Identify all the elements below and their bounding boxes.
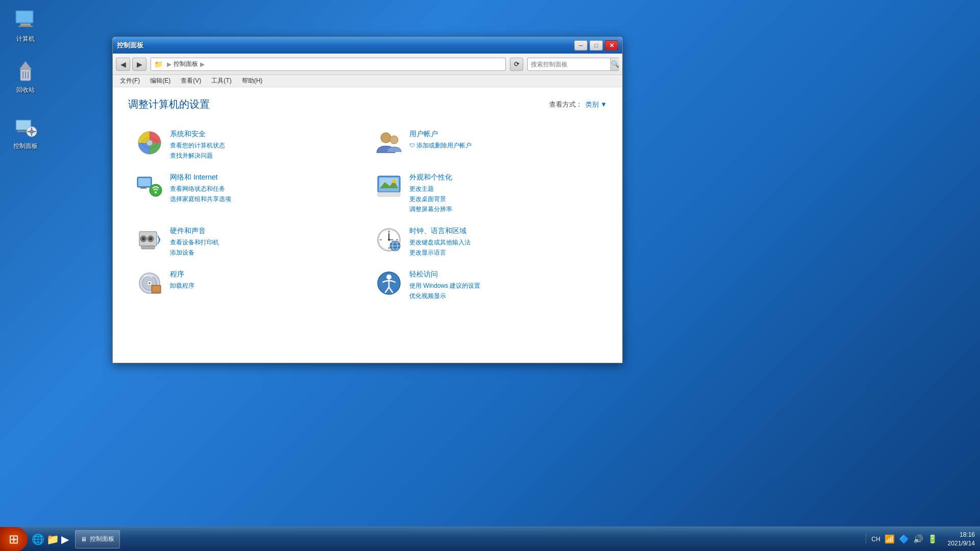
taskbar-clock[interactable]: 18:16 2021/9/14 (943, 531, 980, 548)
network-internet-text: 网络和 Internet 查看网络状态和任务 选择家庭组和共享选项 (170, 173, 359, 204)
refresh-button[interactable]: ⟳ (510, 58, 523, 71)
section-clock-language: 时钟、语言和区域 更改键盘或其他输入法 更改显示语言 (368, 220, 607, 264)
address-path: 控制面板 (174, 60, 198, 68)
user-accounts-text: 用户帐户 添加或删除用户帐户 (409, 130, 599, 150)
svg-rect-34 (378, 192, 400, 196)
system-security-link-2[interactable]: 查找并解决问题 (170, 151, 359, 160)
section-programs: 程序 卸载程序 (128, 264, 368, 307)
hardware-sound-title[interactable]: 硬件和声音 (170, 227, 359, 236)
section-appearance: 外观和个性化 更改主题 更改桌面背景 调整屏幕分辨率 (368, 167, 607, 220)
clock-language-link-2[interactable]: 更改显示语言 (409, 248, 599, 257)
view-selector: 查看方式： 类别 ▼ (549, 100, 607, 109)
appearance-title[interactable]: 外观和个性化 (409, 173, 599, 182)
user-accounts-link-1[interactable]: 添加或删除用户帐户 (409, 141, 599, 150)
address-separator-2: ▶ (200, 61, 205, 68)
programs-title[interactable]: 程序 (170, 270, 359, 279)
accessibility-text: 轻松访问 使用 Windows 建议的设置 优化视频显示 (409, 270, 599, 300)
network-internet-title[interactable]: 网络和 Internet (170, 173, 359, 182)
ie-icon[interactable]: 🌐 (32, 533, 44, 545)
accessibility-link-2[interactable]: 优化视频显示 (409, 291, 599, 300)
back-button[interactable]: ◀ (116, 58, 130, 71)
section-system-security: 系统和安全 查看您的计算机状态 查找并解决问题 (128, 123, 368, 167)
menu-help[interactable]: 帮助(H) (237, 76, 268, 86)
taskbar-controlpanel-button[interactable]: 🖥 控制面板 (75, 530, 120, 548)
address-bar[interactable]: 📁 ▶ 控制面板 ▶ (151, 58, 506, 71)
hardware-sound-link-1[interactable]: 查看设备和打印机 (170, 238, 359, 247)
desktop-icon-recycle[interactable]: 回收站 (5, 56, 46, 97)
explorer-icon[interactable]: 📁 (46, 533, 59, 545)
clock-date: 2021/9/14 (948, 539, 975, 548)
media-icon[interactable]: ▶ (61, 533, 69, 545)
search-button[interactable]: 🔍 (610, 58, 619, 70)
controlpanel-icon (13, 115, 38, 140)
quick-launch-bar: 🌐 📁 ▶ (28, 533, 73, 545)
clock-language-text: 时钟、语言和区域 更改键盘或其他输入法 更改显示语言 (409, 227, 599, 257)
appearance-text: 外观和个性化 更改主题 更改桌面背景 调整屏幕分辨率 (409, 173, 599, 214)
minimize-button[interactable]: ─ (574, 40, 587, 51)
window-controls: ─ □ ✕ (574, 40, 618, 51)
user-accounts-icon (376, 130, 402, 156)
system-security-link-1[interactable]: 查看您的计算机状态 (170, 141, 359, 150)
system-tray: CH 📶 🔷 🔊 🔋 (866, 534, 942, 544)
address-separator-1: ▶ (167, 61, 172, 68)
svg-point-27 (150, 184, 162, 196)
taskbar: 🌐 📁 ▶ 🖥 控制面板 CH 📶 🔷 🔊 🔋 18:16 2021/9/14 (0, 527, 980, 551)
accessibility-title[interactable]: 轻松访问 (409, 270, 599, 279)
section-hardware-sound: 硬件和声音 查看设备和打印机 添加设备 (128, 220, 368, 264)
content-title: 调整计算机的设置 (128, 97, 210, 111)
section-user-accounts: 用户帐户 添加或删除用户帐户 (368, 123, 607, 167)
volume-tray-icon[interactable]: 🔊 (913, 534, 923, 544)
taskbar-items: 🖥 控制面板 (73, 527, 866, 551)
svg-point-21 (146, 140, 153, 146)
dropdown-arrow-icon: ▼ (600, 101, 607, 108)
programs-icon (136, 270, 163, 296)
appearance-link-2[interactable]: 更改桌面背景 (409, 194, 599, 204)
menu-edit[interactable]: 编辑(E) (145, 76, 176, 86)
hardware-sound-link-2[interactable]: 添加设备 (170, 248, 359, 257)
battery-tray-icon[interactable]: 🔋 (927, 534, 938, 544)
network-tray-icon[interactable]: 📶 (885, 534, 895, 544)
clock-time: 18:16 (948, 531, 975, 539)
search-box: 🔍 (527, 58, 619, 71)
svg-rect-1 (16, 11, 33, 22)
appearance-link-1[interactable]: 更改主题 (409, 184, 599, 193)
maximize-button[interactable]: □ (590, 40, 603, 51)
svg-rect-26 (140, 187, 146, 189)
clock-language-link-1[interactable]: 更改键盘或其他输入法 (409, 238, 599, 247)
network-internet-icon (136, 173, 163, 199)
view-mode-dropdown[interactable]: 类别 ▼ (585, 100, 607, 109)
user-accounts-title[interactable]: 用户帐户 (409, 130, 599, 139)
system-security-icon (136, 130, 163, 156)
svg-point-23 (390, 136, 398, 144)
svg-point-62 (386, 274, 391, 280)
menu-view[interactable]: 查看(V) (176, 76, 206, 86)
svg-point-37 (142, 237, 145, 240)
desktop-icon-controlpanel[interactable]: 控制面板 (5, 112, 46, 154)
svg-point-49 (388, 239, 390, 241)
start-button[interactable] (0, 527, 28, 552)
network-internet-link-2[interactable]: 选择家庭组和共享选项 (170, 194, 359, 204)
computer-icon (13, 8, 38, 33)
search-input[interactable] (528, 61, 610, 68)
window-title: 控制面板 (117, 41, 143, 50)
clock-language-title[interactable]: 时钟、语言和区域 (409, 227, 599, 236)
taskbar-window-icon: 🖥 (81, 536, 87, 543)
desktop-icon-computer[interactable]: 计算机 (5, 5, 46, 46)
accessibility-icon (376, 270, 402, 296)
programs-link-1[interactable]: 卸载程序 (170, 281, 359, 290)
forward-button[interactable]: ▶ (132, 58, 146, 71)
svg-point-33 (392, 179, 396, 183)
window-toolbar: ◀ ▶ 📁 ▶ 控制面板 ▶ ⟳ 🔍 (113, 54, 622, 75)
close-button[interactable]: ✕ (605, 40, 618, 51)
control-panel-window: 控制面板 ─ □ ✕ ◀ ▶ 📁 ▶ 控制面板 ▶ ⟳ 🔍 文件(F) 编辑(E… (112, 37, 623, 363)
window-menubar: 文件(F) 编辑(E) 查看(V) 工具(T) 帮助(H) (113, 75, 622, 87)
menu-file[interactable]: 文件(F) (115, 76, 145, 86)
appearance-link-3[interactable]: 调整屏幕分辨率 (409, 205, 599, 214)
lang-indicator[interactable]: CH (871, 536, 880, 543)
system-security-title[interactable]: 系统和安全 (170, 130, 359, 139)
network-internet-link-1[interactable]: 查看网络状态和任务 (170, 184, 359, 193)
taskbar-window-label: 控制面板 (90, 535, 114, 543)
menu-tools[interactable]: 工具(T) (206, 76, 236, 86)
bluetooth-tray-icon[interactable]: 🔷 (899, 534, 909, 544)
accessibility-link-1[interactable]: 使用 Windows 建议的设置 (409, 281, 599, 290)
